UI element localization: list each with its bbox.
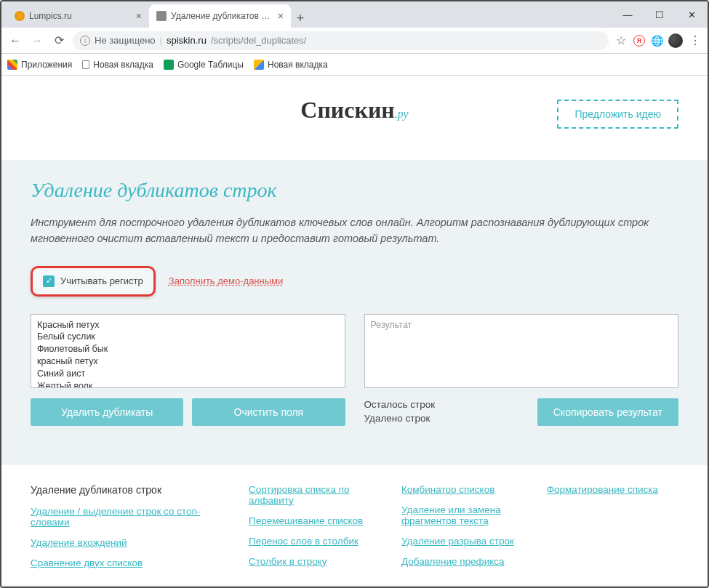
result-column: Результат Осталось строк Удалено строк С… (364, 314, 679, 426)
remove-duplicates-button[interactable]: Удалить дубликаты (31, 398, 183, 426)
close-icon[interactable]: × (136, 10, 142, 22)
bookmarks-bar: Приложения Новая вкладка Google Таблицы … (1, 54, 708, 76)
input-column: Красный петухБелый сусликФиолетовый быкк… (31, 314, 345, 426)
new-tab-button[interactable]: + (291, 9, 310, 28)
footer-link[interactable]: Перемешивание списков (249, 515, 381, 526)
suggest-idea-button[interactable]: Предложить идею (557, 100, 678, 129)
browser-tab-active[interactable]: Удаление дубликатов строк - уд × (149, 4, 291, 28)
back-button[interactable]: ← (7, 33, 23, 49)
apps-icon (7, 60, 17, 70)
favicon-icon (156, 11, 167, 21)
page-heading: Удаление дубликатов строк (31, 179, 678, 202)
checkbox-label: Учитывать регистр (60, 275, 143, 286)
footer-link[interactable]: Перенос слов в столбик (249, 536, 381, 547)
address-bar: ← → ⟳ i Не защищено | spiskin.ru/scripts… (1, 28, 708, 54)
footer-link[interactable]: Удаление или замена фрагментов текста (401, 504, 526, 526)
footer-links: Удаление дубликатов строк Удаление / выд… (1, 465, 708, 585)
tab-title: Lumpics.ru (29, 11, 132, 21)
footer-link[interactable]: Удаление разрыва строк (401, 536, 526, 547)
clear-fields-button[interactable]: Очистить поля (192, 398, 345, 426)
url-input[interactable]: i Не защищено | spiskin.ru/scripts/del_d… (73, 31, 609, 50)
checkbox-checked-icon[interactable]: ✓ (43, 275, 55, 287)
footer-link[interactable]: Комбинатор списков (401, 484, 526, 495)
url-path: /scripts/del_duplicates/ (211, 35, 307, 46)
stats-removed: Удалено строк (364, 412, 529, 426)
hero-section: Спискин.ру Предложить идею (1, 76, 708, 160)
footer-link[interactable]: Сравнение двух списков (31, 557, 228, 568)
footer-link[interactable]: Столбик в строку (249, 556, 381, 567)
bookmark-item[interactable]: Google Таблицы (164, 60, 244, 70)
stats-remaining: Осталось строк (364, 398, 529, 412)
page-description: Инструмент для построчного удаления дубл… (31, 215, 678, 247)
close-window-icon[interactable]: ✕ (676, 1, 708, 28)
tab-title: Удаление дубликатов строк - уд (171, 11, 273, 21)
globe-icon[interactable]: 🌐 (651, 35, 662, 47)
footer-link[interactable]: Удаление вхождений (31, 537, 228, 548)
browser-titlebar: Lumpics.ru × Удаление дубликатов строк -… (1, 1, 708, 28)
main-content: Удаление дубликатов строк Инструмент для… (1, 160, 708, 448)
favicon-icon (15, 11, 25, 21)
footer-link[interactable]: Удаление / выделение строк со стоп-слова… (31, 506, 228, 528)
security-label: Не защищено (95, 35, 156, 46)
fill-demo-link[interactable]: Заполнить демо-данными (169, 275, 283, 286)
kebab-menu-icon[interactable]: ⋮ (689, 34, 702, 47)
url-domain: spiskin.ru (167, 35, 207, 46)
maximize-icon[interactable]: ☐ (644, 1, 676, 28)
result-textarea[interactable]: Результат (364, 314, 679, 388)
textarea-columns: Красный петухБелый сусликФиолетовый быкк… (31, 314, 678, 426)
copy-result-button[interactable]: Скопировать результат (537, 398, 678, 426)
close-icon[interactable]: × (278, 10, 284, 22)
stats-block: Осталось строк Удалено строк (364, 398, 529, 426)
page-body: Спискин.ру Предложить идею Удаление дубл… (1, 76, 708, 587)
case-sensitive-option[interactable]: ✓ Учитывать регистр (31, 266, 156, 297)
minimize-icon[interactable]: — (612, 1, 644, 28)
forward-button[interactable]: → (29, 33, 45, 49)
yandex-icon[interactable]: Я (633, 35, 645, 47)
window-controls: — ☐ ✕ (612, 1, 708, 28)
profile-avatar-icon[interactable] (668, 33, 683, 48)
info-icon: i (80, 36, 90, 46)
page-icon (82, 60, 89, 69)
footer-link[interactable]: Добавление префикса (401, 556, 526, 567)
sheets-icon (164, 60, 174, 70)
apps-shortcut[interactable]: Приложения (7, 60, 72, 70)
browser-tab[interactable]: Lumpics.ru × (7, 4, 149, 28)
bookmark-item[interactable]: Новая вкладка (82, 60, 153, 70)
options-row: ✓ Учитывать регистр Заполнить демо-данны… (31, 266, 678, 297)
footer-link[interactable]: Сортировка списка по алфавиту (249, 484, 381, 506)
input-textarea[interactable]: Красный петухБелый сусликФиолетовый быкк… (31, 314, 345, 388)
image-icon (254, 60, 264, 70)
footer-link[interactable]: Форматирование списка (547, 484, 658, 495)
bookmark-item[interactable]: Новая вкладка (254, 60, 328, 70)
reload-button[interactable]: ⟳ (51, 33, 67, 49)
bookmark-star-icon[interactable]: ☆ (614, 34, 628, 47)
site-logo[interactable]: Спискин.ру (300, 97, 408, 124)
footer-heading: Удаление дубликатов строк (31, 484, 228, 496)
